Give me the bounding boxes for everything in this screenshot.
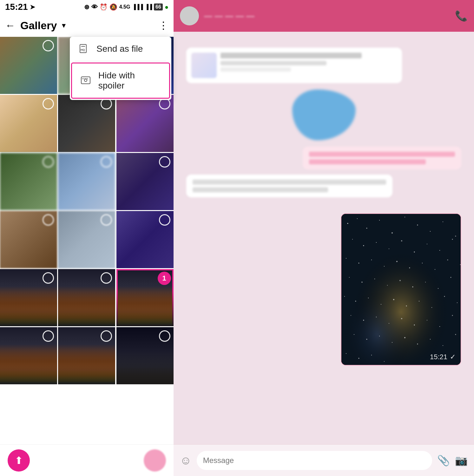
svg-point-76 [430,339,431,340]
message-bubble-left [186,175,392,197]
hide-with-spoiler-item[interactable]: Hide with spoiler [71,63,170,99]
message-timestamp: 15:21 ✓ [430,353,456,361]
gallery-cell[interactable] [116,95,174,152]
selection-circle [101,330,112,342]
send-as-file-label: Send as file [96,44,143,54]
hide-with-spoiler-icon [80,76,92,86]
camera-icon[interactable]: 📷 [455,454,468,466]
gallery-cell[interactable] [58,95,115,152]
battery-dot: ● [165,3,168,11]
svg-point-24 [363,245,364,246]
svg-point-68 [439,326,440,327]
svg-point-72 [379,336,380,336]
svg-point-51 [344,296,345,297]
gallery-cell[interactable] [0,211,57,268]
gallery-cell[interactable] [58,153,115,210]
emoji-icon[interactable]: ☺ [180,454,192,467]
svg-point-47 [412,287,413,288]
chat-name: — — — — — [204,11,254,21]
gallery-cell[interactable] [116,327,174,384]
alarm-icon: ⏰ [100,3,108,11]
wifi-icon: ▐▐ [145,4,152,10]
send-as-file-icon: HQ [77,44,90,54]
chat-messages: 15:21 ✓ [174,32,474,444]
bottom-avatar [144,449,166,472]
svg-point-25 [376,242,377,243]
gallery-cell-selected[interactable]: 1 [116,269,174,326]
svg-point-16 [379,220,380,221]
right-panel: — — — — — 📞 [174,0,474,476]
gallery-cell[interactable] [0,153,57,210]
gallery-cell[interactable] [116,211,174,268]
svg-point-38 [422,263,423,263]
svg-point-30 [439,250,440,251]
selection-circle [101,156,112,168]
svg-point-53 [368,298,369,298]
svg-point-31 [452,239,453,240]
svg-point-27 [401,240,402,241]
bottom-bar: ⬆ [0,444,174,476]
svg-point-75 [417,344,418,345]
svg-point-40 [447,260,448,261]
dropdown-arrow-icon[interactable]: ▾ [62,21,66,30]
gallery-cell[interactable] [0,269,57,326]
menu-divider [75,61,166,61]
svg-point-13 [347,223,348,224]
chat-input-bar: ☺ 📎 📷 [174,444,474,476]
message-bubble-right [303,147,461,169]
gallery-cell[interactable] [58,211,115,268]
gallery-bottom-rows-2 [0,327,174,384]
svg-point-61 [351,315,351,316]
svg-point-70 [354,334,354,335]
svg-point-42 [349,277,350,278]
svg-rect-3 [81,77,90,84]
svg-point-39 [435,269,435,270]
svg-point-37 [409,268,410,268]
attach-icon[interactable]: 📎 [437,454,450,466]
upper-messages [180,38,468,207]
send-as-file-item[interactable]: HQ Send as file [70,37,171,61]
svg-point-80 [359,358,359,359]
gallery-cell[interactable] [116,153,174,210]
selection-circle [43,330,54,342]
svg-point-49 [438,288,438,289]
svg-point-78 [455,334,456,335]
svg-point-43 [362,282,363,283]
svg-point-28 [414,252,415,253]
gallery-cell[interactable] [0,37,57,94]
svg-point-64 [389,323,389,324]
svg-point-82 [384,361,385,362]
svg-point-54 [381,304,381,305]
svg-point-33 [359,263,359,264]
send-icon: ⬆ [15,454,23,466]
location-icon: ➤ [30,3,35,11]
send-button[interactable]: ⬆ [8,449,30,472]
svg-point-59 [444,296,445,297]
gallery-cell[interactable] [58,327,115,384]
svg-point-71 [366,339,367,340]
status-time: 15:21 ➤ [5,2,35,12]
starfield-image [341,214,461,365]
svg-point-77 [443,345,443,346]
gallery-cell[interactable] [0,95,57,152]
more-options-icon[interactable]: ⋮ [158,19,168,31]
chat-avatar [180,6,199,25]
sent-image[interactable]: 15:21 ✓ [341,213,461,366]
gallery-cell[interactable] [58,269,115,326]
message-input[interactable] [197,451,432,470]
selection-badge: 1 [158,272,171,285]
svg-point-45 [387,285,388,286]
svg-point-50 [451,277,451,278]
svg-point-14 [357,218,358,219]
svg-point-81 [371,355,372,355]
back-button[interactable]: ← [5,20,15,31]
status-bar: 15:21 ➤ ⊛ 👁 ⏰ 🔕 4.5G ▐▐▐ ▐▐ 66 ● [0,0,174,14]
svg-point-74 [404,337,405,338]
selection-circle [43,98,54,109]
svg-point-23 [352,239,353,240]
svg-point-34 [371,260,372,260]
svg-point-69 [452,315,453,316]
gallery-cell[interactable] [0,327,57,384]
svg-point-44 [374,279,375,279]
call-icon[interactable]: 📞 [455,10,468,22]
